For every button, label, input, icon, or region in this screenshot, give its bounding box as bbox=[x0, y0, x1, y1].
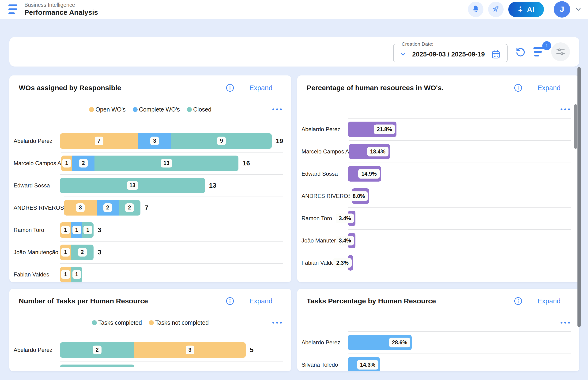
creation-date-field[interactable]: Creation Date: 2025-09-03 / 2025-09-19 bbox=[393, 41, 507, 62]
more-menu-icon[interactable] bbox=[559, 107, 571, 112]
bar-segment-open-wo-s[interactable]: 1 bbox=[60, 245, 71, 260]
info-icon[interactable] bbox=[225, 83, 234, 92]
reset-filters-button[interactable] bbox=[515, 46, 526, 58]
bar-segment-closed[interactable]: 1 bbox=[71, 267, 82, 282]
filters-button[interactable]: 1 bbox=[533, 47, 544, 57]
bar-segment-complete-wo-s[interactable]: 3 bbox=[138, 133, 172, 149]
row-label: Silvana Toledo bbox=[297, 354, 348, 371]
creation-date-label: Creation Date: bbox=[400, 41, 435, 47]
expand-button[interactable]: Expand bbox=[249, 297, 272, 305]
bar-segment-open-wo-s[interactable]: 1 bbox=[61, 155, 72, 171]
stacked-bar[interactable]: 11 bbox=[60, 267, 82, 282]
bar-area: 8.0% bbox=[352, 185, 571, 207]
bar-segment-complete-wo-s[interactable]: 2 bbox=[72, 155, 95, 171]
bar-area: 3.4% bbox=[348, 229, 571, 252]
bar-area: 73919 bbox=[60, 130, 283, 152]
legend-row: Tasks completedTasks not completed bbox=[9, 318, 291, 327]
card-scrollbar-thumb[interactable] bbox=[574, 104, 577, 149]
bar-segment-open-wo-s[interactable]: 3 bbox=[64, 200, 97, 215]
chart-row-andres-riveros: ANDRES RIVEROS8.0% bbox=[297, 185, 579, 207]
bar-area: 121316 bbox=[61, 152, 283, 174]
profile-chevron-down-icon[interactable] bbox=[575, 6, 582, 13]
calendar-icon[interactable] bbox=[491, 49, 501, 59]
stacked-bar[interactable]: 2 bbox=[60, 364, 134, 367]
card-wos-assigned-by-responsible: WOs assigned by Responsible Expand Open … bbox=[9, 76, 291, 282]
notifications-button[interactable] bbox=[468, 2, 484, 17]
stacked-bar[interactable]: 111 bbox=[60, 222, 94, 238]
legend-dot bbox=[133, 107, 138, 112]
stacked-bar[interactable]: 322 bbox=[64, 200, 141, 215]
bar-segment-closed[interactable]: 13 bbox=[60, 178, 205, 193]
launch-button[interactable] bbox=[488, 2, 504, 17]
card-title: Percentage of human resources in WO's. bbox=[307, 84, 444, 92]
percent-bar[interactable]: 21.8% bbox=[348, 122, 396, 137]
bar-segment-complete-wo-s[interactable]: 1 bbox=[71, 222, 82, 238]
legend-dot bbox=[187, 107, 192, 112]
page-title: Performance Analysis bbox=[24, 8, 98, 17]
bar-segment-closed[interactable]: 1 bbox=[82, 222, 94, 238]
row-total: 3 bbox=[98, 226, 101, 234]
legend-dot bbox=[92, 320, 97, 325]
expand-button[interactable]: Expand bbox=[538, 297, 561, 305]
legend-item-tasks-not-completed[interactable]: Tasks not completed bbox=[149, 319, 209, 326]
bar-segment-open-wo-s[interactable]: 7 bbox=[60, 133, 138, 149]
segment-value: 3 bbox=[76, 203, 85, 212]
percent-bar[interactable]: 18.4% bbox=[349, 144, 390, 159]
expand-button[interactable]: Expand bbox=[249, 84, 272, 92]
percent-bar[interactable]: 14.3% bbox=[348, 357, 380, 372]
hamburger-menu-icon[interactable] bbox=[8, 4, 19, 15]
row-total: 7 bbox=[145, 204, 148, 211]
stacked-bar[interactable]: 12 bbox=[60, 245, 94, 260]
bar-segment-closed[interactable]: 13 bbox=[95, 155, 239, 171]
stacked-bar[interactable]: 13 bbox=[60, 178, 205, 193]
percent-bar[interactable]: 2.3% bbox=[348, 255, 353, 271]
info-icon[interactable] bbox=[225, 297, 234, 305]
bar-segment-closed[interactable]: 2 bbox=[71, 245, 94, 260]
stacked-bar[interactable]: 1213 bbox=[61, 155, 239, 171]
info-icon[interactable] bbox=[514, 83, 523, 92]
bar-segment-open-wo-s[interactable]: 1 bbox=[60, 222, 71, 238]
chart-row-ramon-toro: Ramon Toro1113 bbox=[9, 219, 291, 241]
more-menu-icon[interactable] bbox=[271, 320, 283, 325]
stacked-bar[interactable]: 739 bbox=[60, 133, 272, 149]
chart-rows: Abelardo Perez235Silvana Toledo22 bbox=[9, 339, 291, 367]
bar-segment-complete-wo-s[interactable]: 2 bbox=[97, 200, 119, 215]
filter-controls: Creation Date: 2025-09-03 / 2025-09-19 1 bbox=[393, 37, 570, 67]
bar-area: 3227 bbox=[64, 197, 283, 219]
legend-item-tasks-completed[interactable]: Tasks completed bbox=[92, 319, 142, 326]
bar-segment-tasks-completed[interactable]: 2 bbox=[60, 364, 134, 367]
percent-bar[interactable]: 3.4% bbox=[348, 211, 355, 226]
row-label: ANDRES RIVEROS bbox=[297, 185, 352, 207]
bar-segment-closed[interactable]: 9 bbox=[171, 133, 272, 149]
legend-item-closed[interactable]: Closed bbox=[187, 106, 211, 113]
settings-button[interactable] bbox=[551, 42, 570, 61]
percent-bar[interactable]: 28.6% bbox=[348, 335, 412, 350]
info-icon[interactable] bbox=[514, 297, 523, 305]
bar-segment-tasks-completed[interactable]: 2 bbox=[60, 342, 134, 358]
percent-bar[interactable]: 8.0% bbox=[352, 188, 369, 204]
bar-area: 28.6% bbox=[348, 331, 571, 354]
percent-bar[interactable]: 3.4% bbox=[348, 233, 355, 248]
ai-button-label: AI bbox=[527, 5, 535, 13]
date-chevron-down-icon[interactable] bbox=[400, 51, 406, 58]
percent-bar[interactable]: 14.9% bbox=[348, 166, 381, 182]
page-scrollbar-thumb[interactable] bbox=[577, 67, 581, 327]
bar-area: 2.3% bbox=[348, 252, 571, 274]
legend-item-complete-wo-s[interactable]: Complete WO's bbox=[133, 106, 180, 113]
date-range-value[interactable]: 2025-09-03 / 2025-09-19 bbox=[412, 51, 485, 58]
percent-value: 2.3% bbox=[333, 258, 351, 267]
bar-segment-open-wo-s[interactable]: 1 bbox=[60, 267, 71, 282]
expand-button[interactable]: Expand bbox=[538, 84, 561, 92]
bar-segment-tasks-not-completed[interactable]: 3 bbox=[134, 342, 246, 358]
more-menu-icon[interactable] bbox=[559, 320, 571, 325]
chart-row-edward-sossa: Edward Sossa14.9% bbox=[297, 163, 579, 185]
top-bar: Business Intelligence Performance Analys… bbox=[0, 0, 588, 19]
user-avatar[interactable]: J bbox=[554, 1, 570, 18]
ai-assistant-button[interactable]: ✦✦ AI bbox=[508, 2, 544, 17]
stacked-bar[interactable]: 23 bbox=[60, 342, 246, 358]
legend-item-open-wo-s[interactable]: Open WO's bbox=[89, 106, 125, 113]
more-menu-icon[interactable] bbox=[271, 107, 283, 112]
bar-segment-closed[interactable]: 2 bbox=[119, 200, 141, 215]
row-label: Marcelo Campos A bbox=[297, 140, 349, 163]
row-label: João Manutenção bbox=[9, 241, 60, 263]
